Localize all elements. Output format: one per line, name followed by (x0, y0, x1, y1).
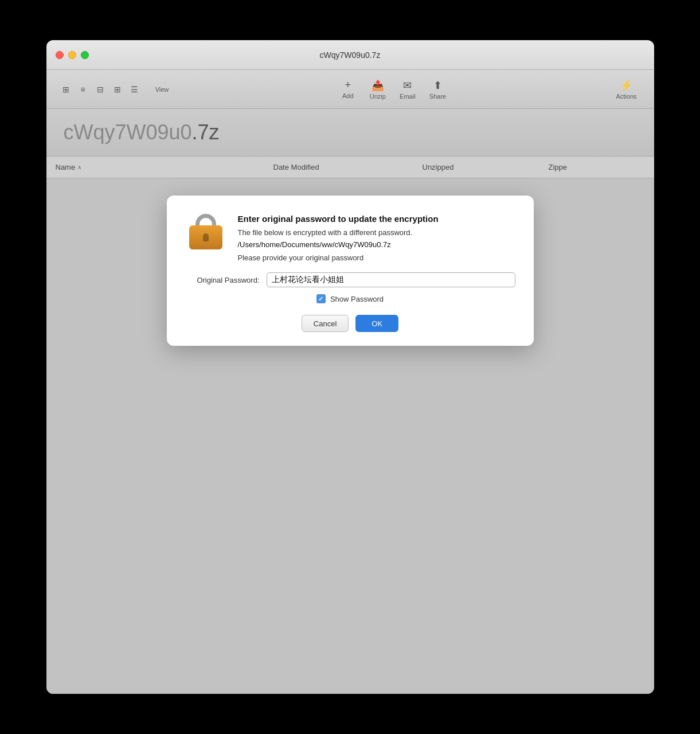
col-name-label: Name (56, 163, 76, 171)
actions-icon: ⚡ (620, 79, 632, 92)
file-header: cWqy7W09u0.7z (46, 109, 654, 157)
dialog-text: Enter original password to update the en… (238, 212, 515, 262)
dialog-instruction: Please provide your original password (238, 253, 515, 262)
maximize-button[interactable] (81, 51, 89, 59)
password-dialog: Enter original password to update the en… (167, 196, 534, 346)
share-button[interactable]: ⬆ Share (424, 77, 452, 102)
actions-label: Actions (616, 93, 636, 100)
email-button[interactable]: ✉ Email (394, 77, 421, 102)
show-password-row: ✓ Show Password (185, 294, 515, 303)
add-label: Add (342, 92, 354, 99)
file-title-regular: cWqy7W09u0 (64, 120, 192, 144)
grid-view-icon[interactable]: ⊞ (58, 83, 74, 96)
add-icon: + (345, 79, 351, 91)
dialog-filepath: /Users/home/Documents/ww/cWqy7W09u0.7z (238, 240, 515, 249)
ok-button[interactable]: OK (355, 315, 398, 332)
share-icon: ⬆ (433, 79, 442, 92)
col-unzipped-header[interactable]: Unzipped (423, 163, 549, 171)
lock-body (189, 225, 222, 249)
dialog-subtitle: The file below is encrypted with a diffe… (238, 228, 515, 237)
col-name-header[interactable]: Name ∧ (56, 163, 273, 171)
col-zipped-header[interactable]: Zippe (549, 163, 568, 171)
minimize-button[interactable] (68, 51, 76, 59)
show-password-label: Show Password (330, 295, 384, 303)
main-content: Enter original password to update the en… (46, 178, 654, 694)
main-window: cWqy7W09u0.7z ⊞ ≡ ⊟ ⊞ ☰ View + Add 📤 Unz… (46, 40, 654, 694)
lock-keyhole (203, 233, 209, 241)
show-password-checkbox[interactable]: ✓ (316, 294, 326, 303)
unzip-button[interactable]: 📤 Unzip (364, 77, 392, 102)
add-button[interactable]: + Add (334, 77, 362, 101)
unzip-label: Unzip (370, 93, 386, 100)
window-title: cWqy7W09u0.7z (320, 50, 381, 60)
col-unzipped-label: Unzipped (423, 163, 454, 171)
checkmark-icon: ✓ (318, 295, 323, 303)
col-date-header[interactable]: Date Modified (273, 163, 423, 171)
password-label: Original Password: (185, 276, 260, 284)
traffic-lights (56, 51, 89, 59)
dialog-header: Enter original password to update the en… (185, 212, 515, 262)
titlebar: cWqy7W09u0.7z (46, 40, 654, 70)
col-date-label: Date Modified (273, 163, 319, 171)
sort-arrow-icon: ∧ (77, 164, 81, 170)
toolbar: ⊞ ≡ ⊟ ⊞ ☰ View + Add 📤 Unzip ✉ Email ⬆ S… (46, 70, 654, 109)
cancel-button[interactable]: Cancel (302, 315, 349, 332)
lock-icon (185, 212, 226, 253)
button-row: Cancel OK (185, 315, 515, 332)
password-field-row: Original Password: (185, 272, 515, 287)
email-icon: ✉ (403, 79, 412, 92)
modal-overlay: Enter original password to update the en… (46, 178, 654, 694)
actions-button[interactable]: ⚡ Actions (610, 77, 642, 102)
column-headers: Name ∧ Date Modified Unzipped Zippe (46, 157, 654, 178)
close-button[interactable] (56, 51, 64, 59)
file-title-extension: .7z (192, 120, 220, 144)
detail-view-icon[interactable]: ☰ (127, 83, 143, 96)
unzip-icon: 📤 (371, 79, 384, 92)
panel-view-icon[interactable]: ⊞ (110, 83, 126, 96)
view-label: View (155, 86, 169, 93)
file-title: cWqy7W09u0.7z (64, 120, 637, 145)
list-view-icon[interactable]: ≡ (75, 83, 91, 96)
share-label: Share (429, 93, 446, 100)
col-zipped-label: Zippe (549, 163, 568, 171)
view-icons-group: ⊞ ≡ ⊟ ⊞ ☰ (58, 83, 143, 96)
dialog-title: Enter original password to update the en… (238, 214, 515, 224)
email-label: Email (400, 93, 416, 100)
password-input[interactable] (267, 272, 515, 287)
column-view-icon[interactable]: ⊟ (92, 83, 108, 96)
view-label-btn[interactable]: View (148, 84, 176, 95)
